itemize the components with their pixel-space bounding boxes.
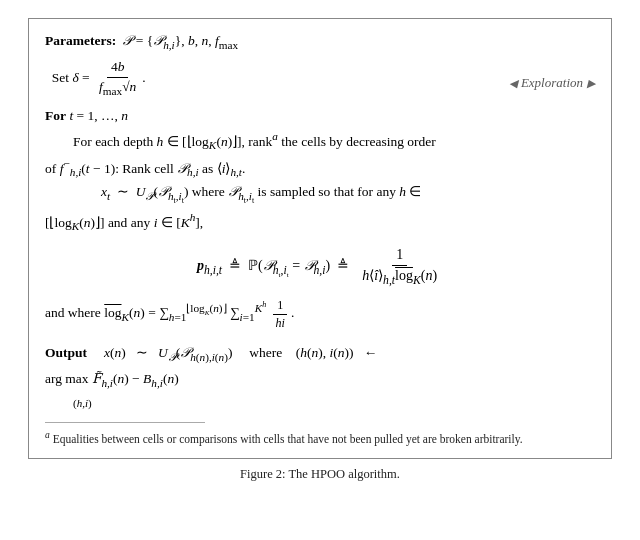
footnote-divider [45,422,205,423]
figure-caption: Figure 2: The HPOO algorithm. [28,467,612,482]
algorithm-box: Parameters: 𝒫 = {𝒫h,i}, b, n, fmax Set δ… [28,18,612,459]
delta-numer: 4b [107,58,129,78]
math-block: ph,i,t ≜ ℙ(𝒫ht,it = 𝒫h,i) ≜ 1 h⟨î⟩h,tlog… [45,245,595,289]
sum-fraction: 1 hi [272,297,289,332]
main-fraction: 1 h⟨î⟩h,tlogK(n) [358,245,441,289]
output-label: Output [45,345,87,360]
output-section: Output x(n) ∼ U𝒫(𝒫h(n),i(n)) where (h(n)… [45,342,595,415]
delta-denom: fmax√n [95,78,140,99]
main-frac-numer: 1 [392,245,407,266]
xt-line: xt ∼ U𝒫(𝒫ht,it) where 𝒫ht,it is sampled … [101,181,595,208]
params-set: 𝒫 = {𝒫h,i}, b, n, fmax [120,33,239,48]
sum-expr: ∑h=1⌊logK(n)⌋ ∑i=1Kh 1 hi . [159,305,294,320]
delta-fraction: 4b fmax√n [95,58,140,99]
of-line: of f−h,i(t − 1): Rank cell 𝒫h,i as ⟨i⟩h,… [45,154,595,181]
page: Parameters: 𝒫 = {𝒫h,i}, b, n, fmax Set δ… [0,0,640,540]
footnote-text: Equalities between cells or comparisons … [53,433,523,445]
for-range: t = 1, …, n [69,108,128,123]
parameters-line: Parameters: 𝒫 = {𝒫h,i}, b, n, fmax [45,31,595,54]
and-where-line: and where logK(n) = ∑h=1⌊logK(n)⌋ ∑i=1Kh… [45,297,595,332]
triangle-right-icon: ▶ [587,75,595,93]
for-section: For t = 1, …, n ◀ Exploration ▶ For each… [45,105,595,235]
argmax-line: arg max F̃h,i(n) − Bh,i(n) (h,i) [45,368,595,415]
main-frac-denom: h⟨î⟩h,tlogK(n) [358,266,441,289]
triangle-left-icon: ◀ [509,75,517,93]
params-label: Parameters: [45,33,116,48]
argmax-sub: (h,i) [73,397,92,409]
exploration-label: ◀ Exploration ▶ [509,73,595,94]
bracket-line: [⌊logK(n)⌋] and any i ∈ [Kh], [45,208,595,235]
exploration-text: Exploration [521,73,583,94]
depth-line: For each depth h ∈ [⌊logK(n)⌋], ranka th… [73,127,595,154]
for-label: For [45,108,66,123]
footnote: a Equalities between cells or comparison… [45,428,595,448]
caption-text: Figure 2: The HPOO algorithm. [240,467,400,481]
